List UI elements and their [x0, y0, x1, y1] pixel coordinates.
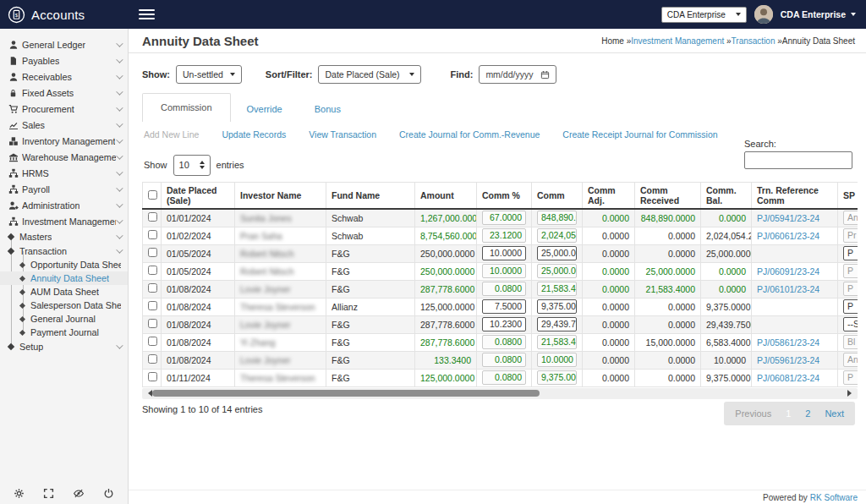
column-header-comm-received[interactable]: Comm Received	[635, 183, 701, 210]
row-checkbox[interactable]	[148, 266, 157, 275]
comm-pct-input[interactable]: 7.5000	[482, 299, 526, 314]
sp-select[interactable]: P	[843, 370, 858, 385]
comm-input[interactable]: 21,583.4000	[537, 282, 577, 296]
sidebar-item-masters[interactable]: Masters	[0, 229, 128, 244]
trn-reference-link[interactable]: PJ/06081/23-24	[757, 373, 819, 383]
sidebar-item-fixed-assets[interactable]: Fixed Assets	[0, 85, 128, 101]
column-header-comm-adj[interactable]: Comm Adj.	[583, 183, 635, 210]
sidebar-item-transaction[interactable]: Transaction	[0, 244, 128, 258]
search-input[interactable]	[744, 151, 852, 169]
sidebar-item-sales[interactable]: Sales	[0, 117, 128, 133]
row-checkbox[interactable]	[148, 248, 157, 257]
row-checkbox[interactable]	[148, 372, 157, 381]
comm-input[interactable]: 2,024,054.2700	[537, 228, 577, 243]
sp-select[interactable]: Pr	[843, 228, 858, 243]
fullscreen-icon[interactable]	[43, 488, 54, 499]
sidebar-item-payroll[interactable]: Payroll	[0, 181, 128, 197]
comm-pct-input[interactable]: 0.0800	[482, 353, 526, 367]
breadcrumb-link[interactable]: Transaction	[732, 36, 776, 46]
trn-reference-link[interactable]: PJ/06061/23-24	[757, 231, 819, 241]
view-transaction-link[interactable]: View Transaction	[309, 129, 376, 140]
sp-select[interactable]: P	[843, 282, 858, 296]
column-header-trn-reference-comm[interactable]: Trn. Reference Comm	[752, 183, 838, 210]
sp-select[interactable]: --S	[843, 317, 858, 331]
comm-input[interactable]: 25,000.0000	[537, 264, 577, 278]
sidebar-item-procurement[interactable]: Procurement	[0, 101, 128, 117]
row-checkbox[interactable]	[148, 354, 157, 364]
trn-reference-link[interactable]: PJ/05961/23-24	[757, 355, 819, 365]
comm-input[interactable]: 21,583.4000	[537, 335, 577, 349]
entries-count-select[interactable]: 10	[173, 155, 211, 176]
column-header-comm[interactable]: Comm	[532, 183, 583, 210]
comm-pct-input[interactable]: 0.0800	[482, 335, 526, 349]
sidebar-item-warehouse-management[interactable]: Warehouse Management	[0, 149, 128, 165]
vendor-link[interactable]: RK Software	[810, 493, 858, 502]
sidebar-item-investment-management[interactable]: Investment Management	[0, 213, 128, 229]
update-records-link[interactable]: Update Records	[222, 129, 286, 140]
sp-select[interactable]: P	[843, 264, 858, 278]
create-journal-for-comm-revenue-link[interactable]: Create Journal for Comm.-Revenue	[399, 129, 540, 140]
create-receipt-journal-for-commission-link[interactable]: Create Receipt Journal for Commission	[562, 129, 717, 140]
column-header-amount[interactable]: Amount	[415, 183, 477, 210]
trn-reference-link[interactable]: PJ/06101/23-24	[757, 284, 819, 294]
sidebar-item-inventory-management[interactable]: Inventory Management	[0, 133, 128, 149]
sp-select[interactable]: P	[843, 299, 858, 314]
comm-input[interactable]: 9,375.0000	[537, 370, 577, 385]
comm-input[interactable]: 10.0000	[537, 353, 577, 367]
tab-bonus[interactable]: Bonus	[299, 96, 357, 122]
comm-pct-input[interactable]: 23.1200	[482, 228, 526, 243]
row-checkbox[interactable]	[148, 337, 157, 346]
sidebar-item-receivables[interactable]: Receivables	[0, 68, 128, 85]
column-header-sp[interactable]: SP	[838, 183, 858, 210]
sidebar-item-setup[interactable]: Setup	[0, 339, 128, 353]
scroll-right-arrow-icon[interactable]	[847, 390, 855, 397]
sidebar-item-annuity-data-sheet[interactable]: Annuity Data Sheet	[0, 271, 128, 285]
power-icon[interactable]	[103, 488, 114, 499]
pagination-page-1[interactable]: 1	[786, 408, 791, 419]
comm-pct-input[interactable]: 10.2300	[482, 317, 526, 331]
sidebar-item-administration[interactable]: Administration	[0, 197, 128, 213]
sidebar-item-hrms[interactable]: HRMS	[0, 165, 128, 181]
trn-reference-link[interactable]: PJ/06091/23-24	[757, 266, 819, 277]
menu-toggle-icon[interactable]	[139, 7, 155, 22]
breadcrumb-link[interactable]: Investment Management	[631, 36, 724, 46]
user-avatar[interactable]	[754, 5, 773, 24]
column-header-comm-bal[interactable]: Comm. Bal.	[701, 183, 752, 210]
sp-select[interactable]: An	[843, 211, 858, 225]
sidebar-item-payables[interactable]: Payables	[0, 52, 128, 68]
sp-select[interactable]: An	[843, 353, 858, 367]
show-filter-select[interactable]: Un-settled	[176, 65, 242, 84]
row-checkbox[interactable]	[148, 230, 157, 239]
comm-pct-input[interactable]: 0.0800	[482, 282, 526, 296]
scroll-left-arrow-icon[interactable]	[145, 390, 152, 397]
sidebar-item-payment-journal[interactable]: Payment Journal	[0, 326, 128, 339]
row-checkbox[interactable]	[148, 283, 157, 293]
comm-pct-input[interactable]: 67.0000	[482, 211, 526, 225]
sidebar-item-general-journal[interactable]: General Journal	[0, 312, 128, 326]
trn-reference-link[interactable]: PJ/05941/23-24	[757, 213, 819, 223]
select-all-checkbox[interactable]	[148, 190, 157, 200]
scrollbar-thumb[interactable]	[152, 390, 540, 397]
tab-override[interactable]: Override	[231, 96, 299, 122]
column-header-date-placed-sale[interactable]: Date Placed (Sale)	[162, 183, 235, 210]
sidebar-item-aum-data-sheet[interactable]: AUM Data Sheet	[0, 285, 128, 299]
row-checkbox[interactable]	[148, 212, 157, 222]
comm-pct-input[interactable]: 0.0800	[482, 370, 526, 385]
company-select[interactable]: CDA Enterprise	[661, 7, 747, 23]
tab-commission[interactable]: Commission	[142, 93, 231, 122]
find-date-input[interactable]: mm/dd/yyyy	[479, 65, 556, 84]
sidebar-item-general-ledger[interactable]: General Ledger	[0, 36, 128, 52]
gear-icon[interactable]	[14, 488, 25, 499]
sort-filter-select[interactable]: Date Placed (Sale)	[318, 65, 421, 84]
comm-pct-input[interactable]: 10.0000	[482, 264, 526, 278]
user-menu[interactable]: CDA Enterprise	[781, 9, 856, 19]
comm-input[interactable]: 25,000.0000	[537, 246, 577, 260]
app-brand[interactable]: $ Accounts	[0, 6, 129, 24]
pagination-page-2[interactable]: 2	[805, 408, 810, 419]
comm-pct-input[interactable]: 10.0000	[482, 246, 526, 260]
row-checkbox[interactable]	[148, 301, 157, 310]
column-header-fund-name[interactable]: Fund Name	[326, 183, 415, 210]
eye-slash-icon[interactable]	[73, 488, 85, 499]
column-header-investor-name[interactable]: Investor Name	[235, 183, 326, 210]
comm-input[interactable]: 29,439.7500	[537, 317, 577, 331]
